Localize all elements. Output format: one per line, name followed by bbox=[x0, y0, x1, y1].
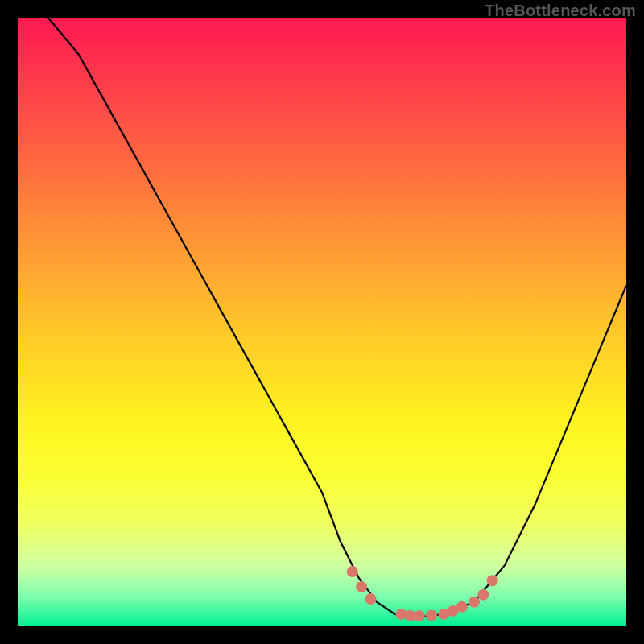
optimal-marker bbox=[477, 589, 489, 601]
optimal-marker bbox=[456, 601, 468, 613]
optimal-marker bbox=[347, 566, 358, 577]
bottleneck-curve bbox=[48, 18, 626, 617]
chart-frame bbox=[18, 18, 626, 626]
optimal-range-markers bbox=[347, 566, 498, 621]
optimal-marker bbox=[469, 597, 480, 608]
optimal-marker bbox=[426, 609, 437, 621]
chart-svg bbox=[18, 18, 626, 626]
watermark-text: TheBottleneck.com bbox=[485, 2, 636, 20]
optimal-marker bbox=[414, 610, 425, 621]
optimal-marker bbox=[487, 575, 498, 586]
optimal-marker bbox=[365, 593, 377, 605]
optimal-marker bbox=[356, 581, 367, 592]
